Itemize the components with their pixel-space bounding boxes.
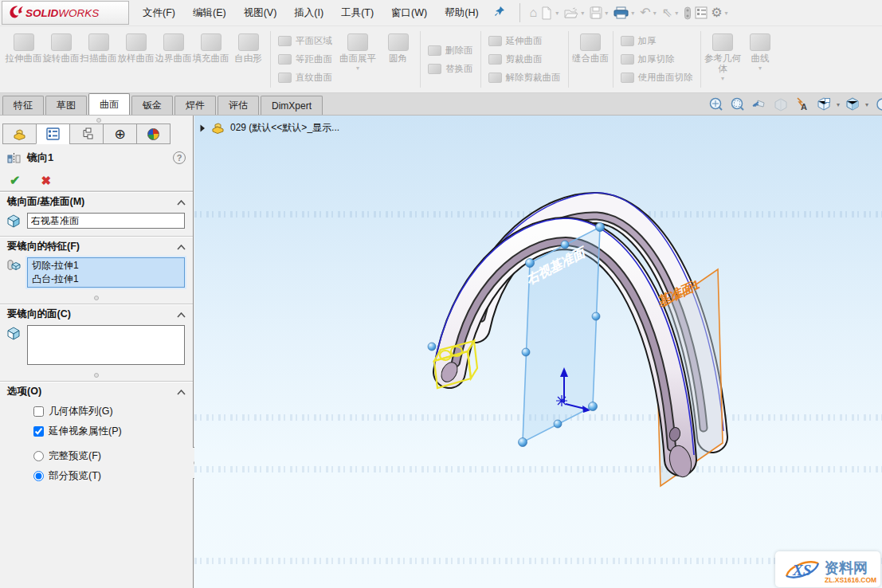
home-button[interactable]: ⌂ [530,6,538,19]
revolved-surface-button[interactable]: 旋转曲面 [42,28,80,91]
dropdown-caret-icon[interactable]: ▾ [631,10,634,17]
properties-button[interactable] [695,6,708,19]
flatten-surface-button[interactable]: 曲面展平▾ [336,28,379,91]
option-partial-preview[interactable]: 部分预览(T) [0,466,193,486]
propagate-visual-checkbox[interactable] [33,426,44,437]
dropdown-caret-icon[interactable]: ▾ [653,10,657,17]
boundary-surface-button[interactable]: 边界曲面 [155,28,192,91]
dropdown-caret-icon[interactable]: ▾ [555,10,559,17]
option-geometry-pattern[interactable]: 几何体阵列(G) [0,402,193,421]
section-header[interactable]: 选项(O) [0,382,193,402]
swept-surface-button[interactable]: 扫描曲面 [80,28,117,91]
tab-propertymanager[interactable] [36,123,70,144]
menu-insert[interactable]: 插入(I) [285,0,332,25]
collapse-chevron-icon[interactable] [177,241,186,253]
curves-button[interactable]: 曲线▾ [742,28,779,91]
tab-evaluate[interactable]: 评估 [218,96,259,115]
tab-configurationmanager[interactable] [69,123,104,144]
menu-tools[interactable]: 工具(T) [332,0,382,25]
thickened-cut-button[interactable]: 加厚切除 [621,52,693,67]
list-resize-grip[interactable] [94,296,99,300]
collapse-chevron-icon[interactable] [177,197,186,208]
dropdown-caret-icon[interactable]: ▾ [675,10,678,17]
menu-view[interactable]: 视图(V) [235,0,286,25]
model-scene[interactable]: 右视基准面 基准面1 [194,116,882,588]
options-button[interactable]: ⚙ ▾ [711,6,730,19]
section-view-icon[interactable] [772,96,790,113]
collapse-chevron-icon[interactable] [177,309,186,320]
section-header[interactable]: 镜向面/基准面(M) [0,192,193,212]
menu-edit[interactable]: 编辑(E) [184,0,235,25]
cancel-button[interactable]: ✖ [41,174,51,188]
tab-features[interactable]: 特征 [2,96,44,115]
dropdown-caret-icon[interactable]: ▾ [581,10,584,17]
pin-menu-icon[interactable] [494,6,505,20]
list-resize-grip[interactable] [94,373,99,378]
ruled-surface-button[interactable]: 直纹曲面 [278,70,332,85]
dropdown-caret-icon[interactable]: ▾ [605,10,608,17]
select-button[interactable]: ⇖ ▾ [662,6,680,19]
tab-weldments[interactable]: 焊件 [174,96,216,115]
help-button[interactable]: ? [173,151,186,164]
dropdown-caret-icon[interactable]: ▾ [725,10,728,17]
full-preview-radio[interactable] [33,451,44,461]
open-button[interactable]: ▾ [564,7,586,19]
print-button[interactable]: ▾ [613,6,637,19]
cut-with-surface-button[interactable]: 使用曲面切除 [621,70,693,85]
option-full-preview[interactable]: 完整预览(F) [0,446,193,466]
offset-surface-button[interactable]: 等距曲面 [278,52,332,67]
display-style-icon[interactable] [844,96,861,113]
extend-surface-button[interactable]: 延伸曲面 [488,33,561,49]
planar-surface-button[interactable]: 平面区域 [278,33,332,49]
trim-surface-button[interactable]: 剪裁曲面 [488,52,561,67]
annotations-icon[interactable]: A [794,96,811,113]
reference-geometry-button[interactable]: 参考几何体▾ [704,28,742,91]
collapse-chevron-icon[interactable] [177,386,186,398]
lofted-surface-button[interactable]: 放样曲面 [117,28,155,91]
knit-surface-button[interactable]: 缝合曲面 [572,28,610,91]
thicken-button[interactable]: 加厚 [621,33,693,49]
option-propagate-visual[interactable]: 延伸视象属性(P) [0,421,193,441]
previous-view-icon[interactable] [751,96,768,113]
filled-surface-button[interactable]: 填充曲面 [192,28,229,91]
graphics-viewport[interactable]: 029 (默认<<默认>_显示... [194,116,882,588]
features-to-mirror-list[interactable]: 切除-拉伸1 凸台-拉伸1 [27,257,185,288]
new-document-button[interactable]: ▾ [540,6,561,20]
tab-sheet-metal[interactable]: 钣金 [131,96,173,115]
menu-file[interactable]: 文件(F) [134,0,184,25]
delete-face-button[interactable]: 删除面 [428,43,473,58]
panel-splitter[interactable] [0,116,193,123]
dropdown-caret-icon[interactable]: ▾ [759,65,762,73]
tab-displaymanager[interactable] [136,123,171,144]
tab-featuremanager[interactable] [2,123,37,144]
zoom-to-fit-icon[interactable] [708,96,725,113]
hidden-partial-icon[interactable] [872,96,882,113]
tab-surfaces[interactable]: 曲面 [88,93,130,115]
view-orientation-icon[interactable] [815,96,833,113]
tab-dimxpertmanager[interactable]: ⊕ [103,123,137,144]
menu-window[interactable]: 窗口(W) [382,0,436,25]
undo-button[interactable]: ↶ ▾ [640,6,658,19]
fillet-button[interactable]: 圆角 [379,28,417,91]
list-item[interactable]: 切除-拉伸1 [32,259,180,272]
dropdown-caret-icon[interactable]: ▾ [865,101,868,108]
list-item[interactable]: 凸台-拉伸1 [32,272,180,286]
section-header[interactable]: 要镜向的面(C) [0,304,193,324]
extruded-surface-button[interactable]: 拉伸曲面 [5,28,42,91]
untrim-surface-button[interactable]: 解除剪裁曲面 [488,70,561,85]
tab-sketch[interactable]: 草图 [45,96,87,115]
partial-preview-radio[interactable] [33,471,44,481]
menu-help[interactable]: 帮助(H) [436,0,487,25]
geometry-pattern-checkbox[interactable] [33,406,44,417]
dropdown-caret-icon[interactable]: ▾ [721,76,724,83]
zoom-to-area-icon[interactable] [729,96,747,113]
save-button[interactable]: ▾ [590,6,610,19]
section-header[interactable]: 要镜向的特征(F) [0,237,193,257]
tab-dimxpert[interactable]: DimXpert [261,96,323,115]
freeform-button[interactable]: 自由形 [229,28,267,91]
faces-to-mirror-list[interactable] [27,325,185,365]
mirror-plane-field[interactable] [27,213,185,229]
dropdown-caret-icon[interactable]: ▾ [837,101,840,108]
dropdown-caret-icon[interactable]: ▾ [356,65,359,73]
replace-face-button[interactable]: 替换面 [428,61,473,76]
